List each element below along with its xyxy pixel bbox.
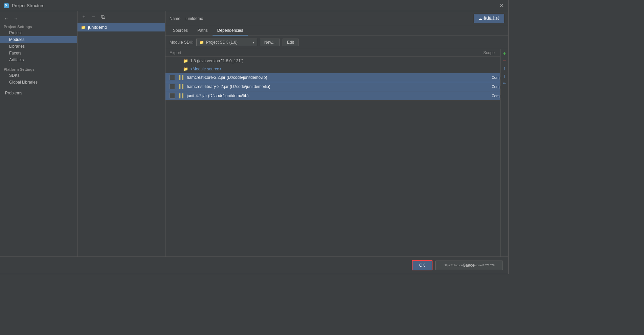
remove-dependency-button[interactable]: − xyxy=(502,58,508,64)
module-folder-icon: 📁 xyxy=(81,25,86,30)
upload-label: 拖拽上传 xyxy=(484,16,500,21)
name-column-header xyxy=(197,50,468,55)
dialog-window: P Project Structure ✕ ← → Project Settin… xyxy=(0,0,509,274)
sidebar-item-project[interactable]: Project xyxy=(0,29,77,36)
sidebar-item-facets[interactable]: Facets xyxy=(0,50,77,57)
module-source-name: <Module source> xyxy=(190,67,222,71)
tab-paths[interactable]: Paths xyxy=(193,26,213,36)
sidebar: ← → Project Settings Project Modules Lib… xyxy=(0,11,77,274)
sidebar-item-sdks[interactable]: SDKs xyxy=(0,72,77,79)
sdk-label: Module SDK: xyxy=(170,40,194,45)
table-row[interactable]: 📁 1.8 (java version "1.8.0_131") xyxy=(165,57,508,65)
name-label: Name: xyxy=(170,16,181,21)
project-settings-section: Project Settings xyxy=(0,23,77,29)
ok-button[interactable]: OK xyxy=(412,260,432,270)
sidebar-item-label-problems: Problems xyxy=(5,91,22,95)
table-row[interactable]: ▌▌ junit-4.7.jar (D:\code\junitdemo\lib)… xyxy=(165,91,508,100)
jar-icon-hamcrest-core: ▌▌ xyxy=(179,75,185,80)
table-row[interactable]: 📁 <Module source> xyxy=(165,65,508,73)
hamcrest-library-name: hamcrest-library-2.2.jar (D:\code\junitd… xyxy=(187,84,492,89)
upload-icon: ☁ xyxy=(478,16,482,21)
close-button[interactable]: ✕ xyxy=(498,2,505,9)
cancel-button[interactable]: Cancel xyxy=(435,261,503,270)
back-button[interactable]: ← xyxy=(3,15,10,22)
app-icon: P xyxy=(4,3,9,8)
sidebar-item-artifacts[interactable]: Artifacts xyxy=(0,57,77,63)
sdk-new-button[interactable]: New... xyxy=(260,39,280,46)
remove-module-button[interactable]: − xyxy=(90,13,97,21)
sdk-edit-button[interactable]: Edit xyxy=(283,39,298,46)
svg-text:P: P xyxy=(5,4,7,8)
export-checkbox-hamcrest-core[interactable] xyxy=(170,75,175,80)
title-bar: P Project Structure ✕ xyxy=(0,0,508,11)
main-content: Name: junitdemo ☁ 拖拽上传 Sources Paths Dep… xyxy=(165,11,508,274)
java-folder-icon: 📁 xyxy=(183,59,188,63)
module-list-panel: + − ⧉ 📁 junitdemo xyxy=(77,11,165,274)
sidebar-item-label-facets: Facets xyxy=(9,51,21,55)
table-row[interactable]: ▌▌ hamcrest-library-2.2.jar (D:\code\jun… xyxy=(165,82,508,91)
sidebar-item-label-sdks: SDKs xyxy=(9,73,20,78)
sidebar-item-label-artifacts: Artifacts xyxy=(9,58,24,62)
dependencies-table: Export Scope 📁 1.8 (java version "1.8.0_… xyxy=(165,49,508,261)
add-module-button[interactable]: + xyxy=(80,13,88,21)
platform-settings-section: Platform Settings xyxy=(0,66,77,72)
sidebar-item-problems[interactable]: Problems xyxy=(0,90,77,96)
sdk-folder-icon: 📁 xyxy=(199,40,204,45)
sdk-dropdown-arrow: ▾ xyxy=(252,41,254,44)
tab-dependencies[interactable]: Dependencies xyxy=(213,26,248,36)
tabs-bar: Sources Paths Dependencies xyxy=(165,26,508,36)
module-item-junitdemo[interactable]: 📁 junitdemo xyxy=(77,23,165,31)
sdk-dropdown[interactable]: 📁 Project SDK (1.8) ▾ xyxy=(196,39,257,46)
dialog-body: ← → Project Settings Project Modules Lib… xyxy=(0,11,508,274)
module-source-icon: 📁 xyxy=(183,67,188,71)
module-list: 📁 junitdemo xyxy=(77,23,165,274)
move-down-button[interactable]: ↓ xyxy=(502,73,508,79)
export-checkbox-hamcrest-library[interactable] xyxy=(170,84,175,89)
jar-icon-hamcrest-library: ▌▌ xyxy=(179,84,185,89)
hamcrest-core-name: hamcrest-core-2.2.jar (D:\code\junitdemo… xyxy=(187,75,492,80)
export-checkbox-junit[interactable] xyxy=(170,93,175,98)
java18-name: 1.8 (java version "1.8.0_131") xyxy=(190,59,504,63)
copy-module-button[interactable]: ⧉ xyxy=(99,13,107,21)
export-header: Export xyxy=(170,50,197,55)
sidebar-item-label-modules: Modules xyxy=(9,37,24,42)
sidebar-item-global-libraries[interactable]: Global Libraries xyxy=(0,79,77,86)
scope-header: Scope xyxy=(468,50,495,55)
sdk-row: Module SDK: 📁 Project SDK (1.8) ▾ New...… xyxy=(165,36,508,49)
edit-dependency-button[interactable]: ✏ xyxy=(502,80,508,86)
module-name: junitdemo xyxy=(88,25,107,30)
module-name-value: junitdemo xyxy=(185,16,203,21)
sidebar-item-label-global-libraries: Global Libraries xyxy=(9,80,38,85)
tab-sources[interactable]: Sources xyxy=(168,26,193,36)
add-dependency-button[interactable]: + xyxy=(502,50,508,57)
table-header: Export Scope xyxy=(165,49,508,57)
junit-name: junit-4.7.jar (D:\code\junitdemo\lib) xyxy=(187,93,492,98)
window-title: Project Structure xyxy=(12,3,498,8)
sdk-value: Project SDK (1.8) xyxy=(206,40,238,45)
sidebar-item-label-libraries: Libraries xyxy=(9,44,25,49)
dialog-buttons-bar: OK Cancel https://blog.csdn.net/weixin-4… xyxy=(0,256,508,274)
right-actions: + − ↑ ↓ ✏ xyxy=(500,49,508,261)
module-toolbar: + − ⧉ xyxy=(77,11,165,23)
sidebar-item-label-project: Project xyxy=(9,30,22,35)
forward-button[interactable]: → xyxy=(13,15,19,22)
move-up-button[interactable]: ↑ xyxy=(502,65,508,71)
jar-icon-junit: ▌▌ xyxy=(179,93,185,98)
upload-button[interactable]: ☁ 拖拽上传 xyxy=(474,14,504,23)
cancel-label: Cancel xyxy=(463,263,475,268)
sidebar-item-libraries[interactable]: Libraries xyxy=(0,43,77,50)
sidebar-item-modules[interactable]: Modules xyxy=(0,36,77,43)
dependency-rows: 📁 1.8 (java version "1.8.0_131") 📁 <Modu… xyxy=(165,57,508,261)
table-row[interactable]: ▌▌ hamcrest-core-2.2.jar (D:\code\junitd… xyxy=(165,73,508,82)
name-bar: Name: junitdemo ☁ 拖拽上传 xyxy=(165,11,508,26)
